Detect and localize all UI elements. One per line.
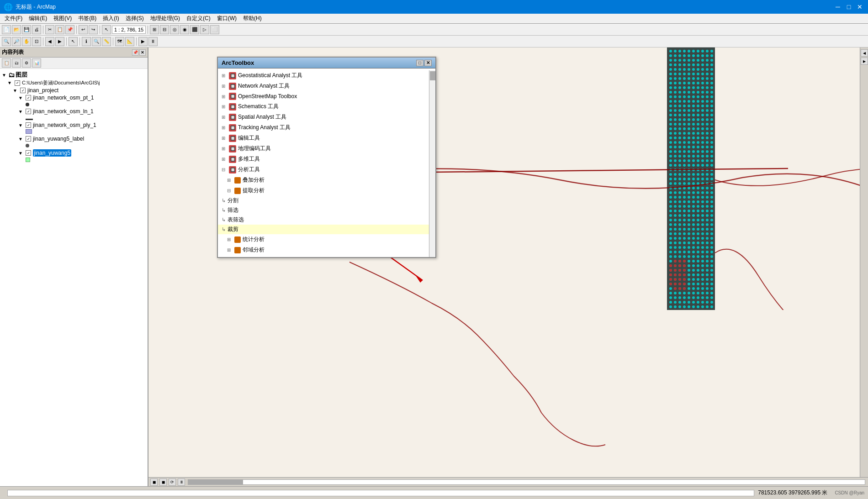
path-checkbox[interactable] bbox=[15, 80, 20, 86]
toc-btn2[interactable]: 🗂 bbox=[12, 58, 21, 68]
toolbox-item-clip[interactable]: ↳ 裁剪 bbox=[218, 225, 435, 234]
tb-btn-extra4[interactable]: ◉ bbox=[180, 25, 189, 34]
yuwang5-expand-icon[interactable]: ▼ bbox=[18, 151, 24, 156]
menu-file[interactable]: 文件(F) bbox=[2, 14, 25, 23]
map-ctrl-btn3[interactable]: ⟳ bbox=[169, 478, 176, 486]
menu-view[interactable]: 视图(V) bbox=[51, 14, 74, 23]
label-checkbox[interactable] bbox=[26, 136, 31, 142]
info-btn[interactable]: ℹ bbox=[82, 37, 91, 46]
toolbox-item-geocode[interactable]: ⊞ 🔲 地理编码工具 bbox=[218, 143, 435, 154]
open-btn[interactable]: 📂 bbox=[12, 25, 21, 34]
map-canvas[interactable]: // dots pattern generated in CSS bbox=[148, 47, 868, 498]
toolbox-item-spatial[interactable]: ⊞ 🔲 Spatial Analyst 工具 bbox=[218, 112, 435, 122]
tb-btn-extra1[interactable]: ⊞ bbox=[150, 25, 159, 34]
new-btn[interactable]: 📄 bbox=[2, 25, 11, 34]
menu-edit[interactable]: 编辑(E) bbox=[26, 14, 50, 23]
menu-select[interactable]: 选择(S) bbox=[123, 14, 147, 23]
toolbox-item-osm[interactable]: ⊞ 🔲 OpenStreetMap Toolbox bbox=[218, 91, 435, 101]
toc-pin-btn[interactable]: 📌 bbox=[132, 49, 138, 56]
redo-btn[interactable]: ↪ bbox=[89, 25, 98, 34]
tb-btn-extra7[interactable]: ⬜ bbox=[210, 25, 219, 34]
menu-insert[interactable]: 插入(I) bbox=[100, 14, 122, 23]
map-btn[interactable]: 🗺 bbox=[115, 37, 124, 46]
ply1-checkbox[interactable] bbox=[26, 122, 31, 128]
tb-btn-extra5[interactable]: ⬛ bbox=[190, 25, 199, 34]
arctoolbox-close-btn[interactable]: ✕ bbox=[424, 60, 432, 66]
yuwang5-checkbox[interactable] bbox=[26, 150, 31, 156]
label-expand-icon[interactable]: ▼ bbox=[18, 137, 24, 142]
map-ctrl-btn2[interactable]: ◼ bbox=[159, 478, 167, 486]
paste-btn[interactable]: 📌 bbox=[65, 25, 74, 34]
toolbox-item-neighbor[interactable]: ⊞ 邻域分析 bbox=[218, 245, 435, 255]
pointer-btn[interactable]: ↖ bbox=[102, 25, 111, 34]
menu-bookmark[interactable]: 书签(B) bbox=[75, 14, 99, 23]
toc-item-label[interactable]: ▼ jinan_yuwang5_label bbox=[2, 135, 146, 142]
tb-btn-extra6[interactable]: ▷ bbox=[200, 25, 209, 34]
print-btn[interactable]: 🖨 bbox=[32, 25, 41, 34]
pt1-expand-icon[interactable]: ▼ bbox=[18, 95, 24, 100]
tb-btn-extra3[interactable]: ◎ bbox=[170, 25, 179, 34]
menu-window[interactable]: 窗口(W) bbox=[214, 14, 239, 23]
scale-input[interactable]: 1 : 2, 786, 15 bbox=[112, 26, 146, 34]
minimize-button[interactable]: ─ bbox=[833, 2, 842, 11]
tb-btn-extra2[interactable]: ⊟ bbox=[160, 25, 169, 34]
toolbox-item-split[interactable]: ↳ 分割 bbox=[218, 196, 435, 205]
toolbox-item-edit[interactable]: ⊞ 🔲 编辑工具 bbox=[218, 133, 435, 143]
menu-help[interactable]: 帮助(H) bbox=[240, 14, 265, 23]
play-btn[interactable]: ▶ bbox=[138, 37, 148, 46]
map-horizontal-scrollbar[interactable] bbox=[188, 479, 865, 485]
menu-geoprocess[interactable]: 地理处理(G) bbox=[148, 14, 183, 23]
measure-btn[interactable]: 📏 bbox=[102, 37, 111, 46]
toc-item-pt1[interactable]: ▼ jinan_network_osm_pt_1 bbox=[2, 94, 146, 101]
toc-btn4[interactable]: 📊 bbox=[32, 58, 41, 68]
full-extent-btn[interactable]: ⊡ bbox=[32, 37, 41, 46]
toolbox-item-network[interactable]: ⊞ 🔲 Network Analyst 工具 bbox=[218, 81, 435, 91]
close-button[interactable]: ✕ bbox=[855, 2, 864, 11]
toolbox-item-tablefilter[interactable]: ↳ 表筛选 bbox=[218, 215, 435, 225]
menu-customize[interactable]: 自定义(C) bbox=[184, 14, 213, 23]
ply1-expand-icon[interactable]: ▼ bbox=[18, 123, 24, 128]
jinan-project-checkbox[interactable] bbox=[20, 88, 26, 93]
arctoolbox-scrollbar[interactable] bbox=[429, 70, 435, 257]
toc-btn1[interactable]: 📋 bbox=[2, 58, 11, 68]
toolbox-item-overlay[interactable]: ⊞ 叠加分析 bbox=[218, 175, 435, 185]
toolbox-item-analysis[interactable]: ⊟ 🔲 分析工具 bbox=[218, 164, 435, 175]
toc-item-yuwang5[interactable]: ▼ jinan_yuwang5 bbox=[2, 149, 146, 157]
toolbox-item-geostat[interactable]: ⊞ 🔲 Geostatistical Analyst 工具 bbox=[218, 70, 435, 81]
toc-item-ply1[interactable]: ▼ jinan_network_osm_ply_1 bbox=[2, 121, 146, 129]
layers-expand-icon[interactable]: ▼ bbox=[2, 73, 7, 78]
toolbox-item-schematics[interactable]: ⊞ 🔲 Schematics 工具 bbox=[218, 101, 435, 112]
zoom-out-btn[interactable]: 🔎 bbox=[12, 37, 21, 46]
toolbox-item-multi[interactable]: ⊞ 🔲 多维工具 bbox=[218, 154, 435, 164]
zoom-in-btn[interactable]: 🔍 bbox=[2, 37, 11, 46]
toolbox-item-filter[interactable]: ↳ 筛选 bbox=[218, 205, 435, 215]
map-ctrl-btn4[interactable]: ⏸ bbox=[178, 478, 185, 486]
copy-btn[interactable]: 📋 bbox=[55, 25, 64, 34]
right-tb-btn1[interactable]: ◀ bbox=[861, 49, 868, 57]
toolbox-item-tracking[interactable]: ⊞ 🔲 Tracking Analyst 工具 bbox=[218, 122, 435, 133]
restore-button[interactable]: □ bbox=[844, 2, 853, 11]
cut-btn[interactable]: ✂ bbox=[45, 25, 54, 34]
find-btn[interactable]: 🔍 bbox=[92, 37, 101, 46]
ln1-checkbox[interactable] bbox=[26, 109, 31, 114]
pt1-checkbox[interactable] bbox=[26, 95, 31, 100]
layout-btn[interactable]: 📐 bbox=[125, 37, 134, 46]
toc-close-btn[interactable]: ✕ bbox=[139, 49, 146, 56]
select-btn[interactable]: ↖ bbox=[69, 37, 78, 46]
toc-layers-header[interactable]: ▼ 🗂 图层 bbox=[2, 71, 146, 79]
arctoolbox-restore-btn[interactable]: □ bbox=[416, 60, 423, 66]
pan-btn[interactable]: ✋ bbox=[22, 37, 31, 46]
ln1-expand-icon[interactable]: ▼ bbox=[18, 109, 24, 114]
forward-btn[interactable]: ▶ bbox=[55, 37, 64, 46]
path-expand-icon[interactable]: ▼ bbox=[7, 80, 13, 85]
toolbox-item-statistics[interactable]: ⊞ 统计分析 bbox=[218, 234, 435, 245]
toc-item-ln1[interactable]: ▼ jinan_network_osm_ln_1 bbox=[2, 108, 146, 115]
toc-btn3[interactable]: ⚙ bbox=[22, 58, 31, 68]
pause-btn[interactable]: ⏸ bbox=[148, 37, 158, 46]
undo-btn[interactable]: ↩ bbox=[79, 25, 88, 34]
save-btn[interactable]: 💾 bbox=[22, 25, 31, 34]
map-ctrl-btn1[interactable]: ◼ bbox=[150, 478, 158, 486]
jinan-project-expand-icon[interactable]: ▼ bbox=[13, 88, 18, 93]
right-tb-btn2[interactable]: ▶ bbox=[861, 58, 868, 65]
back-btn[interactable]: ◀ bbox=[45, 37, 54, 46]
